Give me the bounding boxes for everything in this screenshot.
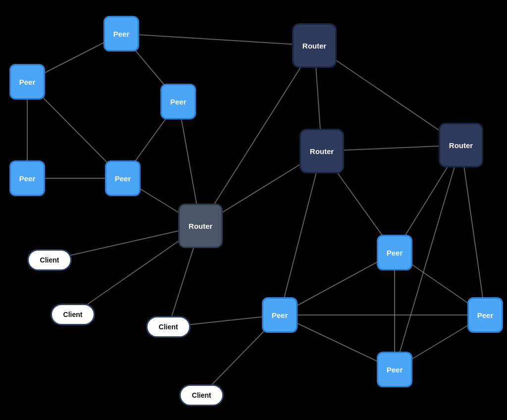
node-peer7: Peer (262, 297, 298, 333)
svg-line-9 (201, 46, 314, 226)
node-router4: Router (439, 123, 483, 167)
svg-line-2 (121, 34, 314, 46)
node-peer3: Peer (160, 84, 196, 119)
node-peer5: Peer (105, 160, 141, 196)
node-peer9: Peer (377, 352, 412, 387)
svg-line-17 (461, 145, 485, 315)
network-edges (0, 0, 507, 420)
network-diagram: PeerPeerPeerPeerPeerRouterRouterRouterRo… (0, 0, 507, 420)
svg-line-15 (280, 151, 322, 315)
node-router3: Router (300, 129, 344, 173)
node-router1: Router (292, 23, 337, 68)
node-peer8: Peer (467, 297, 503, 333)
node-client2: Client (51, 304, 95, 325)
node-client1: Client (27, 249, 72, 271)
node-peer2: Peer (9, 64, 45, 100)
node-peer6: Peer (377, 235, 412, 270)
node-peer4: Peer (9, 160, 45, 196)
node-peer1: Peer (103, 16, 139, 52)
node-router2: Router (178, 204, 223, 248)
node-client3: Client (146, 316, 191, 338)
node-client4: Client (179, 384, 224, 406)
